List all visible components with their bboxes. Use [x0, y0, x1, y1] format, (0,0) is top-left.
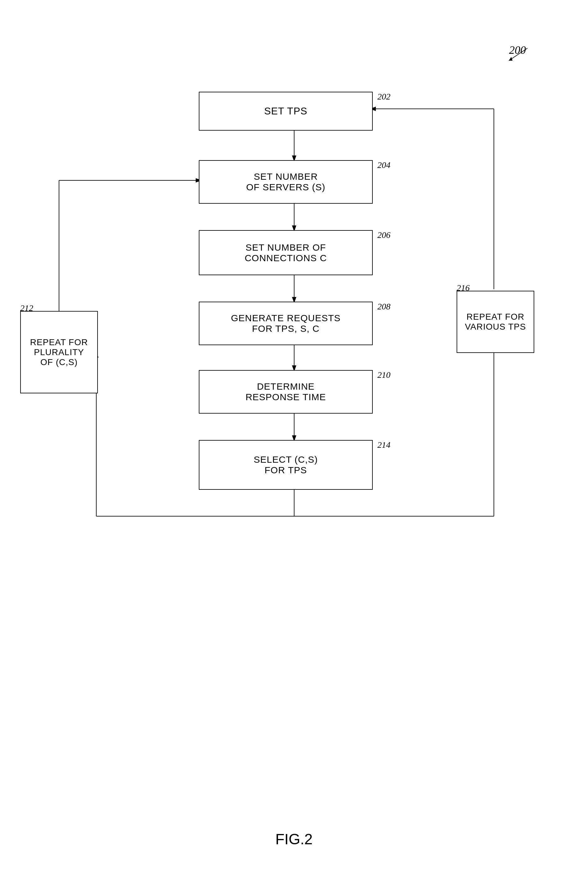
- box-set-servers: SET NUMBER OF SERVERS (S): [199, 160, 373, 204]
- step-label-206: 206: [377, 230, 390, 240]
- box-select-cs-label: SELECT (C,S) FOR TPS: [254, 454, 318, 476]
- box-set-connections-label: SET NUMBER OF CONNECTIONS C: [245, 242, 327, 263]
- box-set-servers-label: SET NUMBER OF SERVERS (S): [246, 172, 325, 193]
- box-select-cs: SELECT (C,S) FOR TPS: [199, 440, 373, 490]
- box-set-connections: SET NUMBER OF CONNECTIONS C: [199, 230, 373, 275]
- step-label-214: 214: [377, 440, 390, 450]
- box-repeat-tps: REPEAT FOR VARIOUS TPS: [457, 291, 534, 353]
- box-generate-requests-label: GENERATE REQUESTS FOR TPS, S, C: [231, 313, 340, 334]
- box-determine-response: DETERMINE RESPONSE TIME: [199, 370, 373, 414]
- box-generate-requests: GENERATE REQUESTS FOR TPS, S, C: [199, 302, 373, 345]
- step-label-210: 210: [377, 370, 390, 380]
- diagram-container: 200: [0, 25, 588, 885]
- step-label-212: 212: [20, 303, 33, 313]
- box-repeat-cs: REPEAT FOR PLURALITY OF (C,S): [20, 311, 98, 393]
- figure-arrow: [502, 45, 531, 64]
- step-label-202: 202: [377, 92, 390, 102]
- box-determine-response-label: DETERMINE RESPONSE TIME: [245, 381, 326, 402]
- step-label-216: 216: [457, 283, 470, 293]
- step-label-208: 208: [377, 302, 390, 312]
- box-repeat-cs-label: REPEAT FOR PLURALITY OF (C,S): [30, 337, 88, 367]
- step-label-204: 204: [377, 160, 390, 170]
- box-set-tps: SET TPS: [199, 92, 373, 131]
- box-repeat-tps-label: REPEAT FOR VARIOUS TPS: [465, 312, 526, 332]
- figure-caption: FIG.2: [275, 831, 312, 848]
- box-set-tps-label: SET TPS: [264, 105, 307, 117]
